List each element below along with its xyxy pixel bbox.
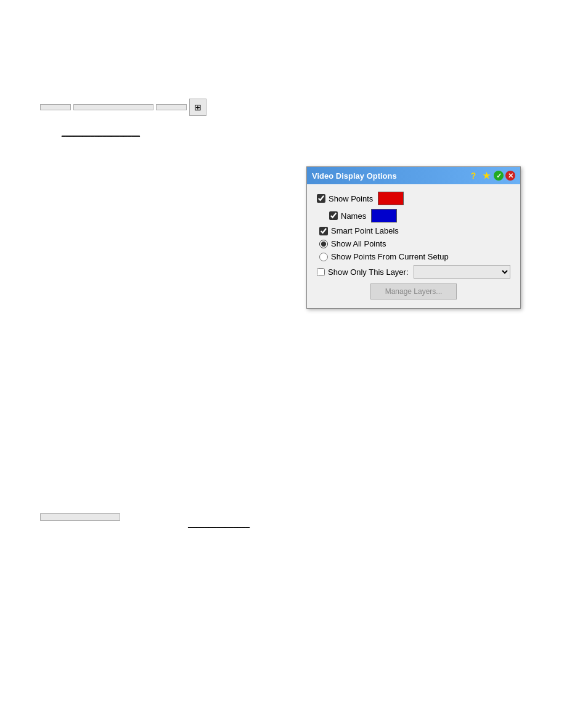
show-points-from-current-setup-radio[interactable] — [319, 253, 328, 261]
dialog-titlebar: Video Display Options ? ★ ✓ ✕ — [307, 167, 520, 184]
manage-layers-button[interactable]: Manage Layers... — [370, 283, 457, 300]
dialog-content: Show Points Names Smart Point Labels Sho… — [307, 184, 520, 308]
names-checkbox[interactable] — [329, 211, 338, 220]
star-icon[interactable]: ★ — [481, 170, 492, 181]
names-label[interactable]: Names — [317, 211, 366, 221]
close-icon[interactable]: ✕ — [505, 171, 515, 181]
names-row: Names — [317, 209, 510, 222]
show-all-points-row: Show All Points — [317, 239, 510, 248]
ok-icon[interactable]: ✓ — [494, 171, 504, 181]
toolbar-btn-1[interactable] — [40, 104, 71, 110]
show-points-from-current-setup-label[interactable]: Show Points From Current Setup — [319, 252, 449, 261]
show-only-this-layer-checkbox[interactable] — [317, 268, 325, 276]
smart-point-labels-checkbox[interactable] — [319, 227, 328, 235]
toolbar-btn-3[interactable] — [156, 104, 187, 110]
bottom-link[interactable]: _______________ — [188, 520, 250, 528]
smart-point-labels-row: Smart Point Labels — [317, 226, 510, 235]
video-display-options-dialog: Video Display Options ? ★ ✓ ✕ Show Point… — [306, 166, 521, 309]
toolbar-icon-btn[interactable]: ⊞ — [189, 99, 206, 116]
grid-icon: ⊞ — [194, 102, 202, 112]
show-all-points-text: Show All Points — [331, 239, 386, 248]
names-color-swatch[interactable] — [371, 209, 397, 222]
show-all-points-label[interactable]: Show All Points — [319, 239, 386, 248]
dialog-title: Video Display Options — [312, 171, 468, 181]
toolbar: ⊞ — [40, 99, 206, 116]
names-text: Names — [341, 211, 366, 221]
show-points-row: Show Points — [317, 192, 510, 205]
toolbar-btn-2[interactable] — [73, 104, 153, 110]
show-points-checkbox[interactable] — [317, 194, 325, 203]
show-points-label[interactable]: Show Points — [317, 194, 373, 203]
show-points-from-current-setup-row: Show Points From Current Setup — [317, 252, 510, 261]
show-all-points-radio[interactable] — [319, 240, 328, 248]
smart-point-labels-label[interactable]: Smart Point Labels — [319, 226, 399, 235]
dialog-titlebar-icons: ? ★ ✓ ✕ — [468, 170, 515, 181]
show-only-this-layer-row: Show Only This Layer: — [317, 265, 510, 279]
show-points-color-swatch[interactable] — [378, 192, 404, 205]
show-points-from-current-setup-text: Show Points From Current Setup — [331, 252, 449, 261]
layer-select[interactable] — [414, 265, 510, 279]
smart-point-labels-text: Smart Point Labels — [331, 226, 399, 235]
show-only-this-layer-text: Show Only This Layer: — [328, 267, 409, 277]
show-only-this-layer-label[interactable]: Show Only This Layer: — [317, 267, 409, 277]
toolbar-link[interactable]: ___________________ — [62, 128, 140, 137]
help-icon[interactable]: ? — [468, 170, 479, 181]
show-points-text: Show Points — [329, 194, 373, 203]
bottom-btn[interactable] — [40, 513, 120, 521]
